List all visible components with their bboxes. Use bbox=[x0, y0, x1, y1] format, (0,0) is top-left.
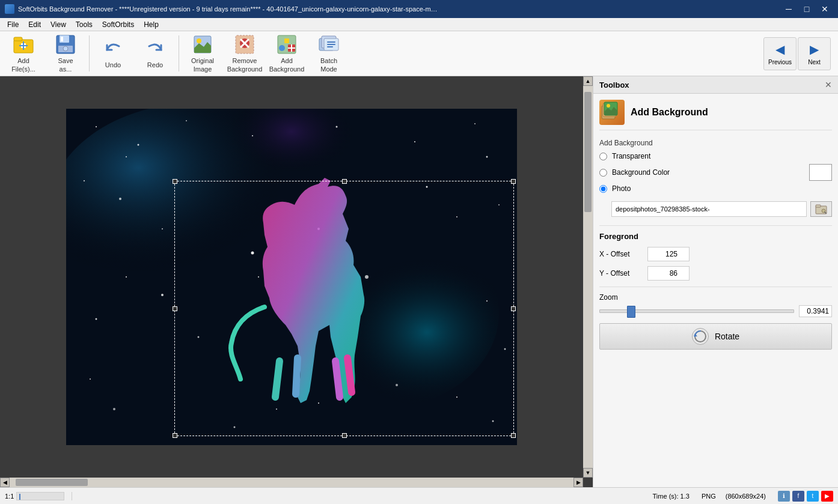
photo-radio[interactable] bbox=[599, 185, 607, 193]
zoom-ratio: 1:1 bbox=[5, 493, 14, 500]
redo-button[interactable]: Redo bbox=[134, 33, 176, 74]
maximize-button[interactable]: □ bbox=[798, 3, 815, 15]
twitter-icon[interactable]: t bbox=[807, 491, 819, 502]
browse-button[interactable] bbox=[810, 201, 832, 217]
svg-point-33 bbox=[336, 126, 338, 128]
zoom-slider-track[interactable] bbox=[599, 309, 794, 313]
zoom-section: Zoom bbox=[599, 293, 832, 317]
background-color-label[interactable]: Background Color bbox=[612, 168, 670, 177]
status-format: PNG bbox=[702, 493, 716, 500]
title-bar: SoftOrbits Background Remover - ****Unre… bbox=[0, 0, 838, 18]
scroll-up-button[interactable]: ▲ bbox=[583, 76, 593, 86]
add-background-icon bbox=[599, 100, 625, 125]
zoom-label: Zoom bbox=[599, 293, 832, 302]
foreground-section: Foregrond X - Offset Y - Offset bbox=[599, 232, 832, 281]
zoom-slider-thumb[interactable] bbox=[627, 306, 635, 318]
status-time: Time (s): 1.3 bbox=[653, 493, 690, 500]
horizontal-scrollbar[interactable]: ◀ ▶ bbox=[0, 478, 583, 487]
zoom-row bbox=[599, 305, 832, 317]
batch-mode-button[interactable]: BatchMode bbox=[308, 33, 350, 74]
svg-point-56 bbox=[198, 336, 200, 338]
menu-edit[interactable]: Edit bbox=[23, 19, 46, 30]
previous-label: Previous bbox=[768, 59, 792, 65]
next-icon: ▶ bbox=[810, 42, 819, 56]
add-files-label: AddFile(s)... bbox=[11, 57, 35, 73]
rotate-button[interactable]: Rotate bbox=[599, 323, 832, 350]
subsection-label: Add Background bbox=[599, 139, 832, 147]
menu-view[interactable]: View bbox=[46, 19, 71, 30]
undo-icon bbox=[102, 38, 124, 59]
svg-point-32 bbox=[252, 135, 253, 136]
svg-point-31 bbox=[186, 120, 187, 121]
add-background-button[interactable]: AddBackground bbox=[266, 33, 308, 74]
svg-line-62 bbox=[275, 361, 280, 397]
add-background-toolbar-label: AddBackground bbox=[269, 57, 305, 73]
vertical-scrollbar[interactable]: ▲ ▼ bbox=[583, 76, 593, 478]
save-as-button[interactable]: Saveas... bbox=[44, 33, 87, 74]
section-title: Add Background bbox=[631, 107, 708, 118]
stars-svg bbox=[66, 109, 517, 445]
toolbox-close-button[interactable]: ✕ bbox=[825, 80, 832, 90]
original-image-button[interactable]: OriginalImage bbox=[182, 33, 224, 74]
svg-point-36 bbox=[486, 156, 488, 158]
zoom-value-input[interactable] bbox=[799, 305, 832, 317]
title-text: SoftOrbits Background Remover - ****Unre… bbox=[18, 5, 438, 13]
scroll-h-thumb[interactable] bbox=[16, 479, 88, 486]
youtube-icon[interactable]: ▶ bbox=[821, 491, 833, 502]
svg-point-41 bbox=[456, 216, 457, 217]
next-button[interactable]: ▶ Next bbox=[798, 37, 831, 70]
svg-point-52 bbox=[234, 427, 236, 428]
undo-button[interactable]: Undo bbox=[92, 33, 134, 74]
menu-tools[interactable]: Tools bbox=[71, 19, 97, 30]
menu-file[interactable]: File bbox=[2, 19, 23, 30]
scroll-v-track[interactable] bbox=[583, 86, 593, 468]
status-zoom-slider[interactable] bbox=[16, 492, 64, 500]
scroll-right-button[interactable]: ▶ bbox=[573, 478, 583, 487]
svg-point-46 bbox=[504, 348, 506, 350]
svg-point-44 bbox=[96, 318, 97, 320]
svg-point-69 bbox=[607, 104, 610, 108]
y-offset-input[interactable] bbox=[647, 266, 690, 281]
previous-button[interactable]: ◀ Previous bbox=[763, 37, 797, 70]
remove-bg-icon bbox=[234, 34, 255, 55]
app-icon bbox=[5, 4, 14, 14]
svg-point-37 bbox=[84, 180, 85, 181]
canvas-area[interactable]: ▲ ▼ ◀ ▶ bbox=[0, 76, 593, 487]
svg-point-58 bbox=[251, 252, 254, 255]
close-button[interactable]: ✕ bbox=[816, 3, 833, 15]
svg-point-38 bbox=[119, 198, 121, 200]
menu-softorbits[interactable]: SoftOrbits bbox=[97, 19, 139, 30]
background-color-radio[interactable] bbox=[599, 169, 607, 177]
scroll-h-track[interactable] bbox=[10, 478, 573, 487]
svg-point-61 bbox=[161, 294, 164, 296]
scroll-left-button[interactable]: ◀ bbox=[0, 478, 10, 487]
photo-file-input[interactable] bbox=[611, 201, 807, 217]
x-offset-label: X - Offset bbox=[599, 250, 647, 258]
add-files-button[interactable]: AddFile(s)... bbox=[2, 33, 44, 74]
svg-point-35 bbox=[474, 123, 476, 124]
svg-line-63 bbox=[296, 358, 298, 394]
svg-point-18 bbox=[279, 45, 285, 51]
svg-line-65 bbox=[347, 358, 352, 392]
svg-point-40 bbox=[426, 186, 428, 188]
transparent-label[interactable]: Transparent bbox=[612, 152, 650, 160]
background-image bbox=[66, 109, 517, 445]
batch-icon bbox=[318, 34, 340, 55]
svg-rect-71 bbox=[816, 205, 821, 207]
svg-line-64 bbox=[335, 361, 340, 397]
minimize-button[interactable]: ─ bbox=[780, 3, 797, 15]
scroll-v-thumb[interactable] bbox=[584, 92, 592, 212]
nav-section: ◀ Previous ▶ Next bbox=[763, 37, 836, 70]
photo-label[interactable]: Photo bbox=[612, 184, 631, 193]
color-swatch[interactable] bbox=[809, 164, 832, 181]
radio-group: Transparent Background Color Photo bbox=[599, 152, 832, 193]
menu-help[interactable]: Help bbox=[139, 19, 164, 30]
facebook-icon[interactable]: f bbox=[792, 491, 804, 502]
transparent-radio[interactable] bbox=[599, 153, 607, 160]
x-offset-input[interactable] bbox=[647, 247, 690, 261]
info-icon[interactable]: ℹ bbox=[778, 491, 790, 502]
scroll-down-button[interactable]: ▼ bbox=[583, 468, 593, 478]
add-background-section: Add Background Transparent Background Co… bbox=[599, 139, 832, 217]
remove-background-button[interactable]: RemoveBackground bbox=[224, 33, 266, 74]
svg-point-60 bbox=[365, 275, 369, 279]
